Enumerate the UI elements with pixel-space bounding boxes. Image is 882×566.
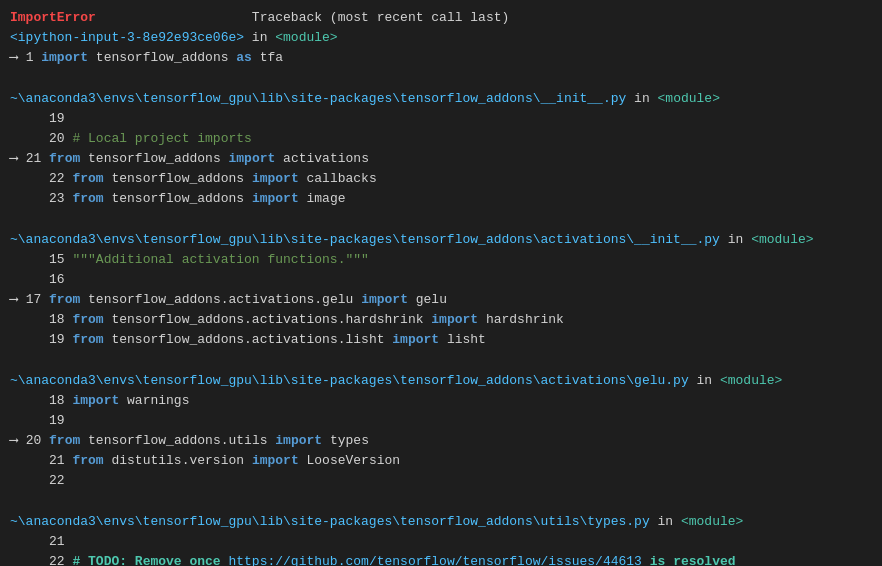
- line-file-4: ~\anaconda3\envs\tensorflow_gpu\lib\site…: [10, 371, 872, 391]
- line-15-docstring: 15 """Additional activation functions.""…: [10, 250, 872, 270]
- terminal-output: ImportError Traceback (most recent call …: [0, 0, 882, 566]
- line-blank-3: [10, 350, 872, 370]
- line-import-error-header: ImportError Traceback (most recent call …: [10, 8, 872, 28]
- line-16: 16: [10, 270, 872, 290]
- line-arrow-20: ⟶ 20 from tensorflow_addons.utils import…: [10, 431, 872, 451]
- line-blank-1: [10, 68, 872, 88]
- line-arrow-21: ⟶ 21 from tensorflow_addons import activ…: [10, 149, 872, 169]
- line-file-2: ~\anaconda3\envs\tensorflow_gpu\lib\site…: [10, 89, 872, 109]
- line-19: 19: [10, 109, 872, 129]
- line-19-lisht: 19 from tensorflow_addons.activations.li…: [10, 330, 872, 350]
- line-19-blank: 19: [10, 411, 872, 431]
- line-18-warnings: 18 import warnings: [10, 391, 872, 411]
- line-23: 23 from tensorflow_addons import image: [10, 189, 872, 209]
- line-file-1: <ipython-input-3-8e92e93ce06e> in <modul…: [10, 28, 872, 48]
- line-18-hardshrink: 18 from tensorflow_addons.activations.ha…: [10, 310, 872, 330]
- line-22: 22 from tensorflow_addons import callbac…: [10, 169, 872, 189]
- line-arrow-17: ⟶ 17 from tensorflow_addons.activations.…: [10, 290, 872, 310]
- line-file-3: ~\anaconda3\envs\tensorflow_gpu\lib\site…: [10, 230, 872, 250]
- line-22-todo: 22 # TODO: Remove once https://github.co…: [10, 552, 872, 566]
- line-file-5: ~\anaconda3\envs\tensorflow_gpu\lib\site…: [10, 512, 872, 532]
- line-22-blank: 22: [10, 471, 872, 491]
- line-20: 20 # Local project imports: [10, 129, 872, 149]
- line-21-blank2: 21: [10, 532, 872, 552]
- line-blank-2: [10, 209, 872, 229]
- line-blank-4: [10, 491, 872, 511]
- line-21-distutils: 21 from distutils.version import LooseVe…: [10, 451, 872, 471]
- line-arrow-import-1: ⟶ 1 import tensorflow_addons as tfa: [10, 48, 872, 68]
